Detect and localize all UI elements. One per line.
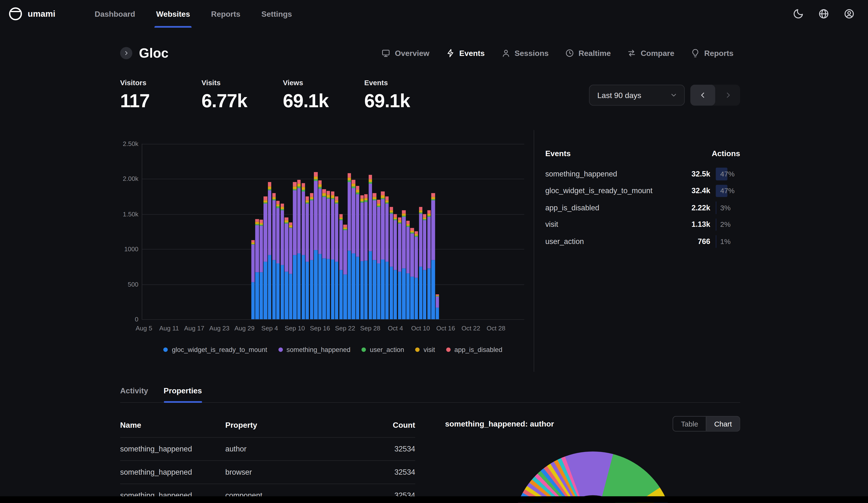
chart-section: 050010001.50k2.00k2.50kAug 5Aug 11Aug 17… (120, 130, 740, 372)
event-row-user-action[interactable]: user_action7661% (545, 233, 740, 250)
date-range-select[interactable]: Last 90 days (589, 85, 685, 106)
bar-segment-something-happened (280, 210, 284, 265)
bar-segment-user-action (402, 216, 405, 217)
bar-segment-gloc-widget-is-ready-to-mount (276, 264, 280, 319)
donut-wrap (445, 451, 740, 503)
y-axis-label: 1000 (120, 246, 138, 252)
bar-segment-app-is-disabled (251, 240, 255, 242)
brand[interactable]: umami (9, 7, 55, 21)
bar-segment-something-happened (431, 200, 435, 260)
bar-segment-visit (343, 227, 347, 229)
bar-segment-visit (285, 221, 288, 222)
bar-segment-visit (411, 231, 414, 233)
tab-sessions[interactable]: Sessions (495, 44, 555, 62)
bar-segment-user-action (272, 199, 276, 200)
bar-segment-user-action (276, 207, 280, 208)
next-button[interactable] (715, 85, 740, 106)
tab-compare[interactable]: Compare (621, 44, 681, 62)
bar-segment-something-happened (297, 188, 301, 254)
bar-segment-visit (369, 179, 372, 182)
bar-segment-user-action (280, 209, 284, 210)
bar-segment-app-is-disabled (285, 217, 288, 221)
brand-name: umami (28, 9, 55, 19)
nav-item-settings[interactable]: Settings (251, 0, 302, 28)
bar-segment-app-is-disabled (360, 195, 363, 199)
bar-segment-app-is-disabled (419, 207, 422, 210)
bar-segment-user-action (411, 233, 414, 233)
bar-segment-something-happened (276, 208, 280, 264)
bar-segment-visit (301, 187, 305, 190)
bar-segment-gloc-widget-is-ready-to-mount (322, 258, 326, 319)
bar-segment-visit (251, 242, 255, 244)
percent-label: 1% (720, 237, 731, 245)
bar-segment-gloc-widget-is-ready-to-mount (390, 266, 393, 319)
bar-segment-visit (415, 234, 418, 236)
event-row-gloc-widget-is-ready-to-mount[interactable]: gloc_widget_is_ready_to_mount32.4k47% (545, 182, 740, 199)
legend-label: app_is_disabled (454, 346, 502, 354)
event-percent: 2% (716, 216, 740, 233)
bar-segment-app-is-disabled (390, 207, 393, 210)
tab-label: Reports (704, 49, 734, 57)
table-header-row: NamePropertyCount (120, 416, 415, 438)
event-count: 32.5k (691, 165, 710, 182)
chevron-down-icon (670, 91, 678, 99)
bar-segment-app-is-disabled (314, 172, 318, 176)
bar-segment-gloc-widget-is-ready-to-mount (406, 273, 410, 319)
tab-label: Events (459, 49, 485, 57)
table-row[interactable]: something_happenedauthor32534 (120, 438, 415, 461)
event-row-something-happened[interactable]: something_happened32.5k47% (545, 165, 740, 182)
bar-segment-something-happened (293, 190, 297, 255)
legend-dot-icon (415, 347, 420, 352)
nav-item-reports[interactable]: Reports (200, 0, 251, 28)
tab-events[interactable]: Events (439, 44, 492, 62)
events-title: Events (545, 149, 571, 158)
stat-value: 69.1k (283, 90, 364, 112)
bar-segment-gloc-widget-is-ready-to-mount (411, 276, 414, 319)
bar-segment-app-is-disabled (377, 200, 380, 203)
nav-item-websites[interactable]: Websites (146, 0, 200, 28)
bar-segment-user-action (322, 196, 326, 197)
profile-icon (844, 8, 855, 19)
bar-segment-visit (436, 295, 439, 296)
pager (690, 85, 740, 106)
event-row-app-is-disabled[interactable]: app_is_disabled2.22k3% (545, 199, 740, 216)
bar-segment-something-happened (427, 217, 431, 268)
table-row[interactable]: something_happenedbrowser32534 (120, 461, 415, 484)
tab-overview[interactable]: Overview (375, 44, 436, 62)
bar-segment-gloc-widget-is-ready-to-mount (251, 282, 255, 319)
tab-reports[interactable]: Reports (684, 44, 740, 62)
bar-segment-gloc-widget-is-ready-to-mount (415, 278, 418, 319)
nav-item-dashboard[interactable]: Dashboard (84, 0, 146, 28)
language-button[interactable] (814, 4, 834, 24)
bar-segment-app-is-disabled (318, 180, 322, 185)
events-bar-chart: 050010001.50k2.00k2.50kAug 5Aug 11Aug 17… (120, 130, 534, 372)
bar-segment-app-is-disabled (436, 295, 439, 295)
prev-button[interactable] (690, 85, 715, 106)
theme-toggle-button[interactable] (788, 4, 808, 24)
bar-segment-gloc-widget-is-ready-to-mount (373, 260, 376, 319)
bar-segment-visit (264, 200, 267, 202)
event-row-visit[interactable]: visit1.13k2% (545, 216, 740, 233)
bar-segment-user-action (297, 187, 301, 188)
bar-segment-gloc-widget-is-ready-to-mount (260, 273, 263, 319)
bar-segment-something-happened (381, 199, 385, 259)
bar-segment-something-happened (251, 245, 255, 282)
bar-segment-user-action (327, 197, 330, 199)
bar-segment-something-happened (264, 204, 267, 262)
bar-segment-app-is-disabled (260, 220, 263, 223)
event-name: something_happened (545, 165, 691, 182)
toggle-chart[interactable]: Chart (706, 417, 740, 431)
site-title: Gloc (120, 45, 168, 61)
event-name: visit (545, 216, 691, 233)
bar-segment-user-action (348, 180, 351, 182)
tab-activity[interactable]: Activity (120, 381, 148, 402)
bar-segment-gloc-widget-is-ready-to-mount (398, 271, 401, 319)
globe-icon (818, 8, 829, 19)
bar-segment-visit (339, 217, 343, 219)
tab-properties[interactable]: Properties (164, 381, 202, 402)
profile-button[interactable] (839, 4, 859, 24)
toggle-table[interactable]: Table (673, 417, 706, 431)
tab-realtime[interactable]: Realtime (558, 44, 617, 62)
bar-segment-gloc-widget-is-ready-to-mount (423, 270, 426, 319)
bar-segment-something-happened (327, 199, 330, 259)
